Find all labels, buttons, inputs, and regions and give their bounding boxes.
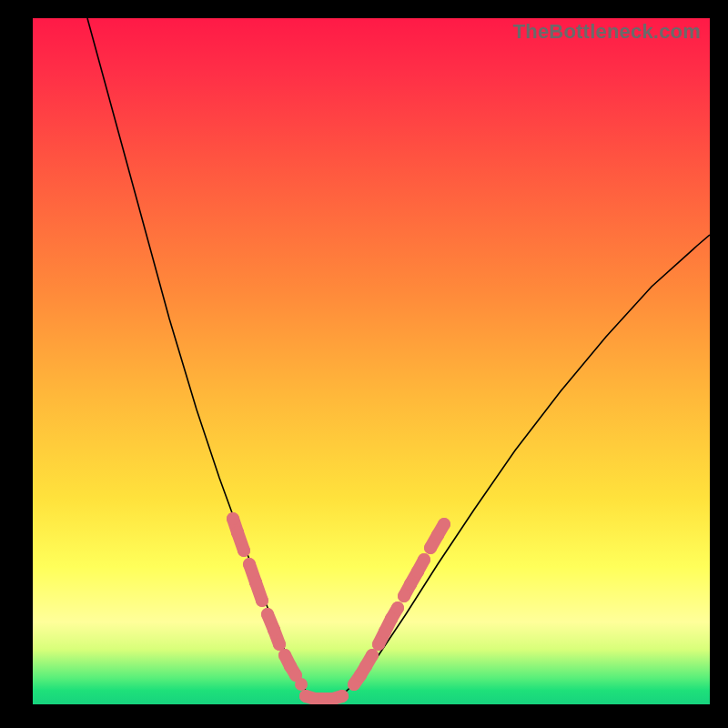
curve-marker-dot: [268, 623, 280, 636]
curve-marker-dot: [404, 578, 417, 591]
curve-marker-dot: [295, 678, 308, 691]
curve-marker-dot: [418, 553, 430, 566]
plot-area: TheBottleneck.com: [33, 18, 710, 704]
curve-marker-dot: [227, 512, 239, 525]
curve-marker-dot: [359, 660, 372, 672]
curve-marker-dot: [273, 638, 286, 651]
curve-marker-dot: [398, 590, 410, 602]
curve-marker-dot: [243, 558, 256, 571]
curve-marker-dot: [238, 544, 250, 557]
curve-marker-dot: [231, 526, 244, 539]
curve-marker-dot: [438, 518, 450, 531]
curve-marker-dot: [249, 576, 262, 589]
curve-marker-dot: [336, 690, 349, 703]
bottleneck-curve-svg: [33, 18, 710, 704]
curve-marker-dot: [256, 594, 268, 607]
curve-marker-dot: [366, 649, 379, 662]
curve-marker-dot: [391, 602, 404, 614]
chart-frame: TheBottleneck.com: [0, 0, 728, 728]
curve-marker-dot: [385, 612, 398, 625]
curve-marker-dot: [411, 565, 424, 578]
curve-marker-dot: [424, 541, 437, 554]
curve-markers: [227, 512, 450, 704]
curve-marker-dot: [261, 608, 274, 621]
curve-marker-dot: [431, 529, 444, 541]
curve-marker-dot: [372, 638, 385, 651]
curve-marker-dot: [278, 649, 291, 662]
curve-marker-dot: [379, 625, 391, 638]
